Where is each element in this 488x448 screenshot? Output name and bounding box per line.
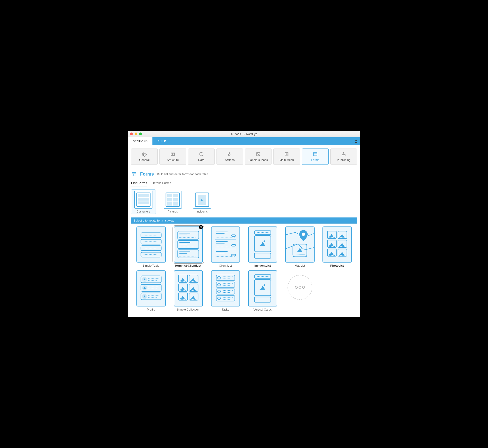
topbar: SECTIONS BUILD [128, 137, 360, 145]
section-data[interactable]: Data [188, 149, 215, 165]
page-subtitle: Build list and detail forms for each tab… [157, 172, 208, 176]
section-labels[interactable]: Labels & Icons [245, 149, 271, 165]
section-actions[interactable]: Actions [217, 149, 243, 165]
tables-row: Customers Pictures Incidents [128, 187, 360, 217]
template-tasks[interactable]: Tasks [208, 270, 242, 311]
section-structure[interactable]: Structure [159, 149, 186, 165]
zoom-window-button[interactable] [139, 133, 142, 135]
forms-subtabs: List Forms Details Forms [128, 179, 360, 187]
table-incidents[interactable]: Incidents [190, 190, 214, 214]
template-photo-list[interactable]: PhotoList [320, 226, 354, 267]
templates-panel: Simple Table form-list-ClientList Client… [131, 224, 357, 314]
section-forms[interactable]: Forms [302, 149, 329, 165]
template-header: Select a template for a list view [131, 217, 357, 224]
page-title: Forms [140, 171, 154, 177]
page-header: Forms Build list and detail forms for ea… [128, 168, 360, 179]
forms-icon [131, 171, 137, 177]
template-vertical-cards[interactable]: Vertical Cards [246, 270, 280, 311]
app-window: 4D for iOS: NotifEye SECTIONS BUILD Gene… [128, 131, 360, 317]
template-simple-table[interactable]: Simple Table [134, 226, 168, 267]
upload-icon[interactable] [354, 137, 358, 145]
github-icon [199, 225, 203, 229]
template-map-list[interactable]: MapList [283, 226, 317, 267]
subtab-detail-forms[interactable]: Details Forms [152, 179, 171, 187]
section-publishing[interactable]: Publishing [330, 149, 357, 165]
window-title: 4D for iOS: NotifEye [128, 132, 360, 136]
sections-toolbar: General Structure Data Actions Labels & … [128, 145, 360, 168]
titlebar: 4D for iOS: NotifEye [128, 131, 360, 137]
table-pictures[interactable]: Pictures [160, 190, 185, 214]
template-simple-collection[interactable]: Simple Collection [171, 270, 205, 311]
table-customers[interactable]: Customers [131, 190, 156, 214]
template-more[interactable] [283, 270, 317, 311]
close-window-button[interactable] [130, 133, 133, 135]
template-form-list-clientlist[interactable]: form-list-ClientList [171, 226, 205, 267]
section-general[interactable]: General [131, 149, 158, 165]
template-incident-list[interactable]: IncidentList [246, 226, 280, 267]
more-icon [287, 275, 312, 300]
section-mainmenu[interactable]: Main Menu [273, 149, 300, 165]
template-profile[interactable]: Profile [134, 270, 168, 311]
tab-build[interactable]: BUILD [153, 137, 171, 145]
template-client-list[interactable]: Client List [208, 226, 242, 267]
tab-sections[interactable]: SECTIONS [128, 137, 153, 145]
subtab-list-forms[interactable]: List Forms [131, 179, 147, 187]
minimize-window-button[interactable] [135, 133, 137, 135]
